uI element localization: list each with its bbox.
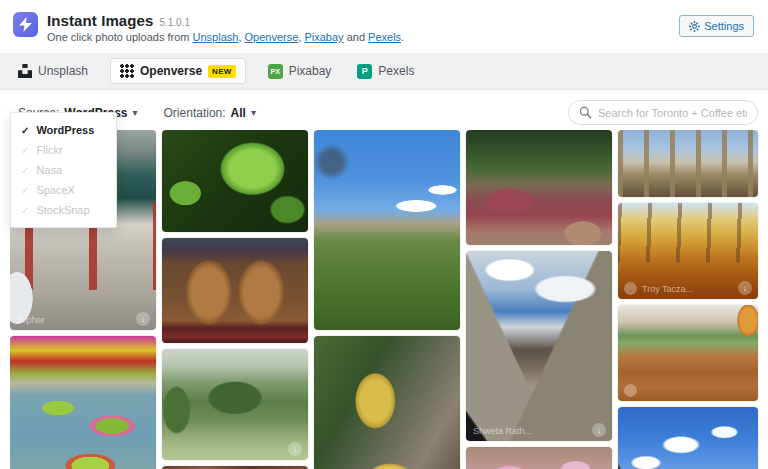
chevron-down-icon: ▾ — [251, 107, 256, 118]
grid-column-5: Troy Tacza... ↓ — [618, 130, 758, 469]
photo-yellow-mushrooms[interactable] — [314, 336, 460, 469]
subtitle-period: . — [401, 31, 404, 43]
tab-label: Pexels — [378, 64, 414, 78]
subtitle: One click photo uploads from Unsplash, O… — [47, 31, 679, 43]
photo-red-foliage-garden[interactable] — [466, 130, 612, 245]
version-label: 5.1.0.1 — [159, 17, 190, 28]
header: Instant Images 5.1.0.1 One click photo u… — [0, 0, 768, 53]
link-openverse[interactable]: Openverse — [245, 31, 299, 43]
openverse-icon — [120, 64, 134, 78]
dropdown-item-label: StockSnap — [36, 204, 89, 216]
check-icon: ✓ — [21, 145, 29, 156]
orientation-value: All — [231, 106, 246, 120]
photo-attribution: Shweta Rath... — [473, 426, 532, 436]
settings-button[interactable]: Settings — [679, 15, 754, 37]
orientation-label: Orientation: — [164, 106, 226, 120]
check-icon: ✓ — [21, 125, 29, 136]
dropdown-item-wordpress[interactable]: ✓ WordPress — [11, 120, 116, 140]
photo-park-field[interactable] — [314, 130, 460, 330]
tab-pexels[interactable]: P Pexels — [357, 64, 414, 79]
grid-column-4: Shweta Rath... ↓ — [466, 130, 612, 469]
subtitle-prefix: One click photo uploads from — [47, 31, 193, 43]
check-icon: ✓ — [21, 165, 29, 176]
avatar-icon — [624, 282, 637, 295]
photo-mountain-road[interactable]: Shweta Rath... ↓ — [466, 251, 612, 441]
tab-label: Unsplash — [38, 64, 88, 78]
unsplash-icon — [18, 64, 32, 78]
tab-unsplash[interactable]: Unsplash — [18, 64, 88, 78]
source-dropdown-menu: ✓ WordPress ✓ Flickr ✓ Nasa ✓ SpaceX ✓ S… — [10, 112, 117, 228]
download-icon[interactable]: ↓ — [288, 442, 302, 456]
link-pixabay[interactable]: Pixabay — [304, 31, 343, 43]
photo-cathedral-spires[interactable] — [618, 130, 758, 197]
grid-column-3 — [314, 130, 460, 469]
photo-autumn-forest[interactable]: Troy Tacza... ↓ — [618, 203, 758, 299]
settings-label: Settings — [704, 20, 744, 32]
download-icon[interactable]: ↓ — [592, 423, 606, 437]
check-icon: ✓ — [21, 205, 29, 216]
orientation-filter[interactable]: Orientation: All ▾ — [164, 106, 256, 120]
header-text: Instant Images 5.1.0.1 One click photo u… — [47, 12, 679, 43]
download-arrow-glyph: ↓ — [141, 314, 146, 324]
search-icon — [579, 106, 592, 119]
check-icon: ✓ — [21, 185, 29, 196]
download-arrow-glyph: ↓ — [597, 425, 602, 435]
photo-grid: Topher ↓ ↓ Shweta Rath... ↓ — [10, 130, 760, 469]
search-input[interactable] — [598, 107, 747, 119]
photo-flower-pond[interactable] — [10, 336, 156, 469]
search-box — [568, 100, 758, 125]
link-unsplash[interactable]: Unsplash — [193, 31, 239, 43]
photo-plaza-building[interactable] — [618, 305, 758, 401]
tab-label: Pixabay — [289, 64, 332, 78]
link-pexels[interactable]: Pexels — [368, 31, 401, 43]
photo-pink-flowers-partial[interactable] — [466, 447, 612, 469]
photo-attribution: Troy Tacza... — [642, 284, 693, 294]
subtitle-sep: and — [344, 31, 368, 43]
chevron-down-icon: ▾ — [133, 107, 138, 118]
dropdown-item-spacex[interactable]: ✓ SpaceX — [11, 180, 116, 200]
new-badge: NEW — [208, 65, 236, 78]
dropdown-item-stocksnap[interactable]: ✓ StockSnap — [11, 200, 116, 220]
download-icon[interactable]: ↓ — [738, 281, 752, 295]
download-arrow-glyph: ↓ — [293, 444, 298, 454]
tab-label: Openverse — [140, 64, 202, 78]
dropdown-item-label: WordPress — [36, 124, 94, 136]
photo-blue-sky-clouds[interactable] — [618, 407, 758, 469]
photo-ivy-leaves[interactable] — [162, 130, 308, 232]
provider-tabs: Unsplash Openverse NEW PX Pixabay P Pexe… — [0, 53, 768, 90]
app-logo-lightning-icon — [13, 12, 38, 37]
dropdown-item-flickr[interactable]: ✓ Flickr — [11, 140, 116, 160]
dropdown-item-label: Nasa — [36, 164, 62, 176]
photo-leather-chairs[interactable] — [162, 238, 308, 343]
dropdown-item-label: Flickr — [36, 144, 62, 156]
gear-icon — [689, 21, 700, 32]
lightning-bolt-icon — [19, 17, 32, 32]
download-arrow-glyph: ↓ — [743, 283, 748, 293]
tab-openverse[interactable]: Openverse NEW — [110, 58, 246, 84]
grid-column-2: ↓ — [162, 130, 308, 469]
photo-attribution: Topher — [17, 315, 45, 325]
dropdown-item-nasa[interactable]: ✓ Nasa — [11, 160, 116, 180]
page-title: Instant Images — [47, 12, 153, 29]
pixabay-icon: PX — [268, 64, 283, 79]
photo-topiary-garden[interactable]: ↓ — [162, 349, 308, 460]
download-icon[interactable]: ↓ — [136, 312, 150, 326]
avatar-icon — [624, 384, 637, 397]
pexels-icon: P — [357, 64, 372, 79]
instant-images-app: Instant Images 5.1.0.1 One click photo u… — [0, 0, 768, 469]
tab-pixabay[interactable]: PX Pixabay — [268, 64, 332, 79]
dropdown-item-label: SpaceX — [36, 184, 75, 196]
